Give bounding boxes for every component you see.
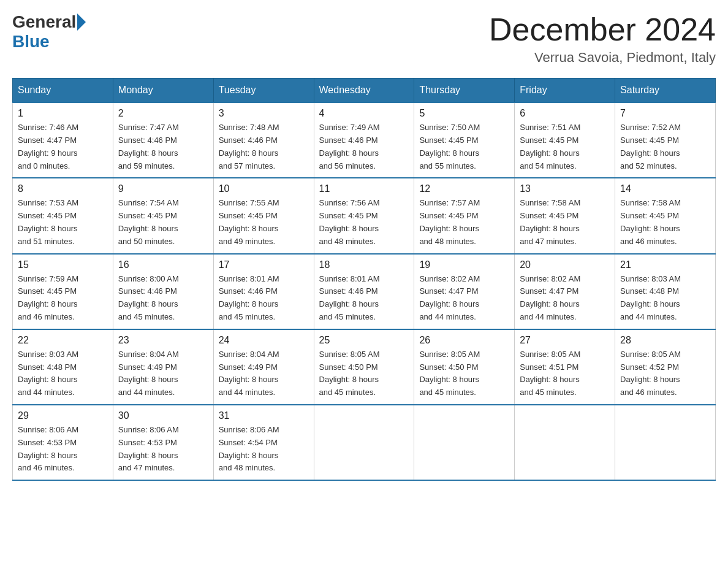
day-number: 6 [520, 108, 610, 119]
calendar-cell: 28 Sunrise: 8:05 AM Sunset: 4:52 PM Dayl… [615, 329, 716, 405]
day-number: 19 [419, 259, 509, 270]
day-number: 22 [18, 335, 108, 346]
calendar-cell: 27 Sunrise: 8:05 AM Sunset: 4:51 PM Dayl… [515, 329, 615, 405]
day-number: 4 [319, 108, 409, 119]
day-number: 24 [219, 335, 309, 346]
day-info: Sunrise: 7:55 AM Sunset: 4:45 PM Dayligh… [219, 197, 309, 248]
calendar-cell: 1 Sunrise: 7:46 AM Sunset: 4:47 PM Dayli… [13, 102, 113, 178]
calendar-cell: 16 Sunrise: 8:00 AM Sunset: 4:46 PM Dayl… [113, 254, 213, 329]
day-number: 8 [18, 183, 108, 194]
day-number: 30 [118, 410, 208, 421]
day-info: Sunrise: 7:56 AM Sunset: 4:45 PM Dayligh… [319, 197, 409, 248]
day-info: Sunrise: 7:46 AM Sunset: 4:47 PM Dayligh… [18, 121, 108, 172]
title-section: December 2024 Verrua Savoia, Piedmont, I… [489, 12, 716, 66]
calendar-cell: 4 Sunrise: 7:49 AM Sunset: 4:46 PM Dayli… [314, 102, 414, 178]
day-info: Sunrise: 8:05 AM Sunset: 4:52 PM Dayligh… [620, 348, 710, 399]
day-info: Sunrise: 7:52 AM Sunset: 4:45 PM Dayligh… [620, 121, 710, 172]
calendar-cell: 7 Sunrise: 7:52 AM Sunset: 4:45 PM Dayli… [615, 102, 716, 178]
day-number: 5 [419, 108, 509, 119]
day-number: 26 [419, 335, 509, 346]
day-info: Sunrise: 8:00 AM Sunset: 4:46 PM Dayligh… [118, 273, 208, 324]
logo-triangle-icon [77, 13, 86, 31]
logo: General Blue [12, 12, 87, 52]
calendar-cell: 29 Sunrise: 8:06 AM Sunset: 4:53 PM Dayl… [13, 405, 113, 480]
calendar-cell: 15 Sunrise: 7:59 AM Sunset: 4:45 PM Dayl… [13, 254, 113, 329]
calendar-cell [414, 405, 515, 480]
calendar-cell [314, 405, 414, 480]
day-number: 13 [520, 183, 610, 194]
calendar-cell: 2 Sunrise: 7:47 AM Sunset: 4:46 PM Dayli… [113, 102, 213, 178]
day-info: Sunrise: 7:59 AM Sunset: 4:45 PM Dayligh… [18, 273, 108, 324]
day-number: 29 [18, 410, 108, 421]
day-number: 31 [219, 410, 309, 421]
calendar-table: SundayMondayTuesdayWednesdayThursdayFrid… [12, 78, 716, 481]
day-info: Sunrise: 7:54 AM Sunset: 4:45 PM Dayligh… [118, 197, 208, 248]
day-info: Sunrise: 8:05 AM Sunset: 4:50 PM Dayligh… [319, 348, 409, 399]
calendar-week-4: 22 Sunrise: 8:03 AM Sunset: 4:48 PM Dayl… [13, 329, 716, 405]
calendar-cell: 6 Sunrise: 7:51 AM Sunset: 4:45 PM Dayli… [515, 102, 615, 178]
calendar-cell: 18 Sunrise: 8:01 AM Sunset: 4:46 PM Dayl… [314, 254, 414, 329]
header-wednesday: Wednesday [314, 79, 414, 103]
day-info: Sunrise: 8:05 AM Sunset: 4:51 PM Dayligh… [520, 348, 610, 399]
calendar-cell: 14 Sunrise: 7:58 AM Sunset: 4:45 PM Dayl… [615, 178, 716, 253]
day-number: 27 [520, 335, 610, 346]
page-header: General Blue December 2024 Verrua Savoia… [12, 12, 716, 66]
header-tuesday: Tuesday [213, 79, 314, 103]
calendar-cell: 13 Sunrise: 7:58 AM Sunset: 4:45 PM Dayl… [515, 178, 615, 253]
calendar-cell: 12 Sunrise: 7:57 AM Sunset: 4:45 PM Dayl… [414, 178, 515, 253]
day-info: Sunrise: 8:06 AM Sunset: 4:54 PM Dayligh… [219, 424, 309, 475]
day-info: Sunrise: 8:02 AM Sunset: 4:47 PM Dayligh… [520, 273, 610, 324]
day-info: Sunrise: 7:50 AM Sunset: 4:45 PM Dayligh… [419, 121, 509, 172]
calendar-cell: 26 Sunrise: 8:05 AM Sunset: 4:50 PM Dayl… [414, 329, 515, 405]
day-number: 7 [620, 108, 710, 119]
calendar-cell: 17 Sunrise: 8:01 AM Sunset: 4:46 PM Dayl… [213, 254, 314, 329]
day-number: 12 [419, 183, 509, 194]
calendar-header-row: SundayMondayTuesdayWednesdayThursdayFrid… [13, 79, 716, 103]
calendar-cell: 25 Sunrise: 8:05 AM Sunset: 4:50 PM Dayl… [314, 329, 414, 405]
day-info: Sunrise: 7:51 AM Sunset: 4:45 PM Dayligh… [520, 121, 610, 172]
header-monday: Monday [113, 79, 213, 103]
calendar-cell: 19 Sunrise: 8:02 AM Sunset: 4:47 PM Dayl… [414, 254, 515, 329]
day-info: Sunrise: 8:02 AM Sunset: 4:47 PM Dayligh… [419, 273, 509, 324]
day-info: Sunrise: 7:58 AM Sunset: 4:45 PM Dayligh… [520, 197, 610, 248]
day-number: 28 [620, 335, 710, 346]
day-number: 17 [219, 259, 309, 270]
day-info: Sunrise: 7:58 AM Sunset: 4:45 PM Dayligh… [620, 197, 710, 248]
calendar-cell: 20 Sunrise: 8:02 AM Sunset: 4:47 PM Dayl… [515, 254, 615, 329]
calendar-cell: 22 Sunrise: 8:03 AM Sunset: 4:48 PM Dayl… [13, 329, 113, 405]
day-info: Sunrise: 8:01 AM Sunset: 4:46 PM Dayligh… [219, 273, 309, 324]
day-number: 21 [620, 259, 710, 270]
day-number: 3 [219, 108, 309, 119]
day-number: 1 [18, 108, 108, 119]
day-number: 25 [319, 335, 409, 346]
day-number: 2 [118, 108, 208, 119]
day-info: Sunrise: 8:03 AM Sunset: 4:48 PM Dayligh… [18, 348, 108, 399]
day-info: Sunrise: 7:48 AM Sunset: 4:46 PM Dayligh… [219, 121, 309, 172]
calendar-cell: 9 Sunrise: 7:54 AM Sunset: 4:45 PM Dayli… [113, 178, 213, 253]
calendar-cell: 10 Sunrise: 7:55 AM Sunset: 4:45 PM Dayl… [213, 178, 314, 253]
day-number: 15 [18, 259, 108, 270]
day-info: Sunrise: 7:47 AM Sunset: 4:46 PM Dayligh… [118, 121, 208, 172]
header-saturday: Saturday [615, 79, 716, 103]
calendar-cell [615, 405, 716, 480]
calendar-cell: 5 Sunrise: 7:50 AM Sunset: 4:45 PM Dayli… [414, 102, 515, 178]
day-number: 23 [118, 335, 208, 346]
location-subtitle: Verrua Savoia, Piedmont, Italy [489, 50, 716, 66]
calendar-cell: 30 Sunrise: 8:06 AM Sunset: 4:53 PM Dayl… [113, 405, 213, 480]
day-info: Sunrise: 7:53 AM Sunset: 4:45 PM Dayligh… [18, 197, 108, 248]
day-info: Sunrise: 8:04 AM Sunset: 4:49 PM Dayligh… [219, 348, 309, 399]
calendar-cell: 21 Sunrise: 8:03 AM Sunset: 4:48 PM Dayl… [615, 254, 716, 329]
day-number: 10 [219, 183, 309, 194]
day-info: Sunrise: 7:57 AM Sunset: 4:45 PM Dayligh… [419, 197, 509, 248]
day-info: Sunrise: 7:49 AM Sunset: 4:46 PM Dayligh… [319, 121, 409, 172]
calendar-cell: 23 Sunrise: 8:04 AM Sunset: 4:49 PM Dayl… [113, 329, 213, 405]
day-info: Sunrise: 8:06 AM Sunset: 4:53 PM Dayligh… [18, 424, 108, 475]
calendar-cell: 11 Sunrise: 7:56 AM Sunset: 4:45 PM Dayl… [314, 178, 414, 253]
logo-blue-text: Blue [12, 32, 50, 51]
calendar-week-1: 1 Sunrise: 7:46 AM Sunset: 4:47 PM Dayli… [13, 102, 716, 178]
day-info: Sunrise: 8:05 AM Sunset: 4:50 PM Dayligh… [419, 348, 509, 399]
header-friday: Friday [515, 79, 615, 103]
calendar-cell: 3 Sunrise: 7:48 AM Sunset: 4:46 PM Dayli… [213, 102, 314, 178]
day-number: 16 [118, 259, 208, 270]
calendar-cell: 8 Sunrise: 7:53 AM Sunset: 4:45 PM Dayli… [13, 178, 113, 253]
